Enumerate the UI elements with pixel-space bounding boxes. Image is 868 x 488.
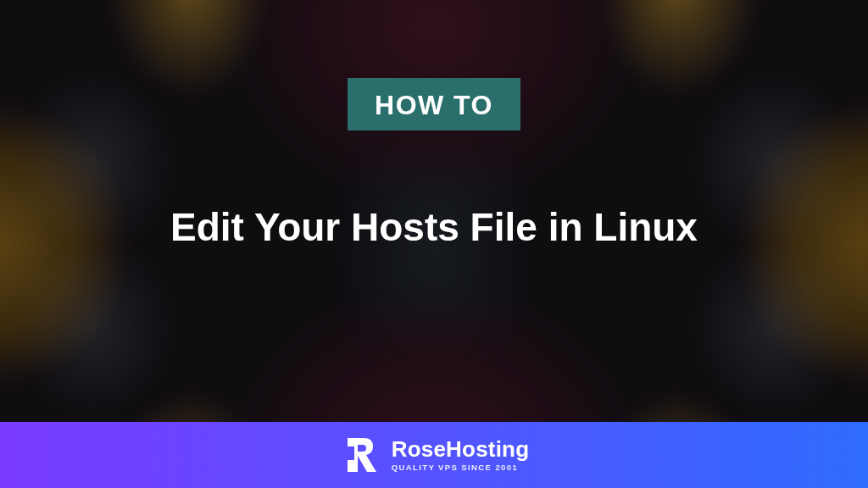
brand-name: RoseHosting — [392, 438, 530, 460]
brand-tagline: QUALITY VPS SINCE 2001 — [392, 463, 530, 472]
brand-footer: RoseHosting QUALITY VPS SINCE 2001 — [0, 422, 868, 488]
brand-text: RoseHosting QUALITY VPS SINCE 2001 — [392, 438, 530, 472]
page-title: Edit Your Hosts File in Linux — [136, 203, 732, 252]
content-area: HOW TO Edit Your Hosts File in Linux — [0, 0, 868, 488]
brand-logo-icon — [339, 435, 380, 475]
category-badge: HOW TO — [348, 78, 520, 130]
featured-image: HOW TO Edit Your Hosts File in Linux Ros… — [0, 0, 868, 488]
